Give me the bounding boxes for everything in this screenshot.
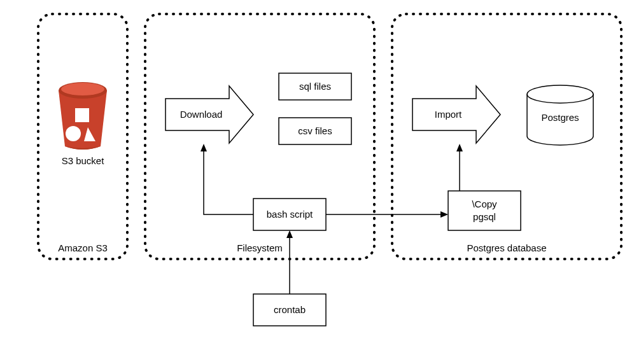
svg-marker-16 xyxy=(201,144,207,151)
download-arrow: Download xyxy=(166,86,253,143)
csv-files-box: csv files xyxy=(279,118,351,144)
copy-pgsql-box: \Copy pgsql xyxy=(448,191,521,230)
sql-files-box: sql files xyxy=(279,73,351,100)
svg-marker-18 xyxy=(440,211,448,218)
copy-pgsql-label1: \Copy xyxy=(472,199,497,209)
postgres-cylinder: Postgres xyxy=(527,85,593,145)
svg-point-13 xyxy=(527,85,593,103)
bash-script-box: bash script xyxy=(253,199,326,230)
crontab-box: crontab xyxy=(253,294,326,326)
edge-bash-to-download xyxy=(201,144,253,214)
svg-marker-20 xyxy=(456,144,463,151)
postgres-db-label: Postgres database xyxy=(467,242,546,253)
s3-bucket-label: S3 bucket xyxy=(62,155,105,166)
crontab-label: crontab xyxy=(274,304,306,315)
svg-rect-12 xyxy=(448,191,521,230)
postgres-cylinder-label: Postgres xyxy=(541,112,579,123)
bash-script-label: bash script xyxy=(267,209,313,220)
edge-copy-to-import xyxy=(456,144,463,191)
download-arrow-label: Download xyxy=(180,109,223,120)
import-arrow-label: Import xyxy=(435,109,462,120)
import-arrow: Import xyxy=(412,86,500,143)
copy-pgsql-label2: pgsql xyxy=(473,211,496,222)
amazon-s3-label: Amazon S3 xyxy=(58,242,108,253)
sql-files-label: sql files xyxy=(299,81,331,92)
edge-crontab-to-bash xyxy=(286,230,293,294)
s3-bucket-icon: S3 bucket xyxy=(59,82,107,166)
csv-files-label: csv files xyxy=(298,125,332,136)
svg-rect-1 xyxy=(145,14,374,259)
svg-marker-15 xyxy=(286,230,293,238)
filesystem-label: Filesystem xyxy=(237,242,283,253)
svg-point-4 xyxy=(61,83,104,95)
svg-rect-5 xyxy=(75,108,89,122)
edge-bash-to-copy xyxy=(326,211,448,218)
svg-point-6 xyxy=(66,126,81,141)
filesystem-container: Filesystem xyxy=(145,14,374,259)
